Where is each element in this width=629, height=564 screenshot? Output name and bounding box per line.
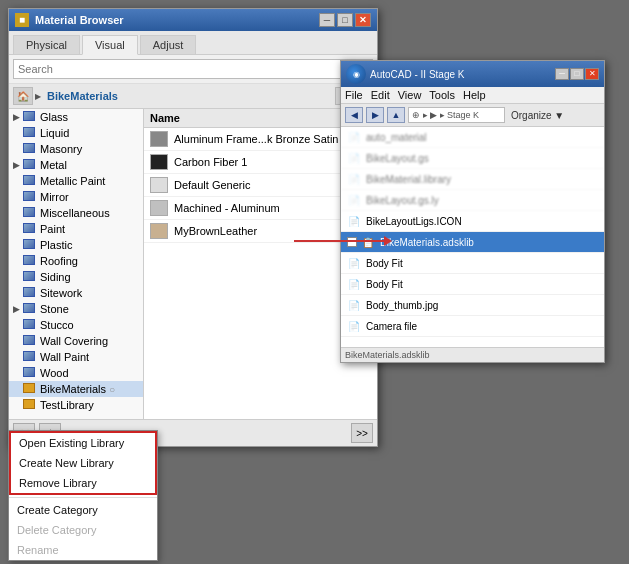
fe-file-icon: 📄 xyxy=(347,193,361,207)
fe-menu-help[interactable]: Help xyxy=(463,89,486,101)
mat-icon xyxy=(23,255,37,267)
fe-file-item-7[interactable]: 📄 Body Fit xyxy=(341,274,604,295)
tree-item-paint[interactable]: Paint xyxy=(9,221,143,237)
tab-physical[interactable]: Physical xyxy=(13,35,80,54)
fe-status-bar: BikeMaterials.adsklib xyxy=(341,347,604,362)
title-controls: ─ □ ✕ xyxy=(319,13,371,27)
fe-file-name: Camera file xyxy=(366,321,417,332)
tree-item-bikematerials[interactable]: BikeMaterials ○ xyxy=(9,381,143,397)
fe-file-item-6[interactable]: 📄 Body Fit xyxy=(341,253,604,274)
swatch-2 xyxy=(150,177,168,193)
tree-label: Sitework xyxy=(40,287,82,299)
fe-file-icon: 📄 xyxy=(347,130,361,144)
home-button[interactable]: 🏠 xyxy=(13,87,33,105)
tree-item-siding[interactable]: Siding xyxy=(9,269,143,285)
fe-file-icon: 📄 xyxy=(347,298,361,312)
mat-icon xyxy=(23,159,37,171)
close-button[interactable]: ✕ xyxy=(355,13,371,27)
fe-menu-file[interactable]: File xyxy=(345,89,363,101)
menu-item-remove-library[interactable]: Remove Library xyxy=(11,473,155,493)
minimize-button[interactable]: ─ xyxy=(319,13,335,27)
mat-icon xyxy=(23,143,37,155)
tree-item-mirror[interactable]: Mirror xyxy=(9,189,143,205)
tree-item-liquid[interactable]: Liquid xyxy=(9,125,143,141)
mat-icon xyxy=(23,351,37,363)
tree-item-metal[interactable]: ▶ Metal xyxy=(9,157,143,173)
fe-file-item-2[interactable]: 📄 BikeMaterial.library xyxy=(341,169,604,190)
tree-item-roofing[interactable]: Roofing xyxy=(9,253,143,269)
expand-icon: ▶ xyxy=(13,304,23,314)
mat-icon xyxy=(23,303,37,315)
tree-label: Siding xyxy=(40,271,71,283)
fe-status-text: BikeMaterials.adsklib xyxy=(345,350,430,360)
fe-file-list[interactable]: 📄 auto_material 📄 BikeLayout.gs 📄 BikeMa… xyxy=(341,127,604,347)
fe-close[interactable]: ✕ xyxy=(585,68,599,80)
maximize-button[interactable]: □ xyxy=(337,13,353,27)
fe-path-bar[interactable]: ⊕ ▸ ▶ ▸ Stage K xyxy=(408,107,505,123)
category-tree[interactable]: ▶ Glass Liquid Masonry ▶ Metal xyxy=(9,109,144,419)
fe-file-name: BikeLayout.gs xyxy=(366,153,429,164)
tree-item-plastic[interactable]: Plastic xyxy=(9,237,143,253)
tree-item-sitework[interactable]: Sitework xyxy=(9,285,143,301)
mat-icon xyxy=(23,271,37,283)
fe-menu-edit[interactable]: Edit xyxy=(371,89,390,101)
fe-file-item-0[interactable]: 📄 auto_material xyxy=(341,127,604,148)
fe-menu-tools[interactable]: Tools xyxy=(429,89,455,101)
tree-label: Mirror xyxy=(40,191,69,203)
fe-file-item-3[interactable]: 📄 BikeLayout.gs.ly xyxy=(341,190,604,211)
fe-file-icon: 📄 xyxy=(347,319,361,333)
fe-forward-button[interactable]: ▶ xyxy=(366,107,384,123)
menu-item-delete-category: Delete Category xyxy=(9,520,157,540)
tree-item-misc[interactable]: Miscellaneous xyxy=(9,205,143,221)
fe-file-icon: 📋 xyxy=(361,235,375,249)
tree-item-wood[interactable]: Wood xyxy=(9,365,143,381)
menu-item-create-category[interactable]: Create Category xyxy=(9,500,157,520)
mat-icon xyxy=(23,223,37,235)
tab-visual[interactable]: Visual xyxy=(82,35,138,55)
swatch-3 xyxy=(150,200,168,216)
fe-menu-view[interactable]: View xyxy=(398,89,422,101)
mat-icon xyxy=(23,367,37,379)
menu-item-create-library[interactable]: Create New Library xyxy=(11,453,155,473)
tree-item-metallic-paint[interactable]: Metallic Paint xyxy=(9,173,143,189)
fe-up-button[interactable]: ▲ xyxy=(387,107,405,123)
fe-file-item-8[interactable]: 📄 Body_thumb.jpg xyxy=(341,295,604,316)
fe-checkbox-5[interactable] xyxy=(347,237,357,247)
fe-minimize[interactable]: ─ xyxy=(555,68,569,80)
tree-item-masonry[interactable]: Masonry xyxy=(9,141,143,157)
tab-adjust[interactable]: Adjust xyxy=(140,35,197,54)
tree-label: Masonry xyxy=(40,143,82,155)
tree-item-wallcovering[interactable]: Wall Covering xyxy=(9,333,143,349)
fe-file-item-1[interactable]: 📄 BikeLayout.gs xyxy=(341,148,604,169)
fe-back-button[interactable]: ◀ xyxy=(345,107,363,123)
tree-item-stone[interactable]: ▶ Stone xyxy=(9,301,143,317)
list-header-name: Name xyxy=(150,112,180,124)
search-input[interactable] xyxy=(13,59,353,79)
tree-item-testlibrary[interactable]: TestLibrary xyxy=(9,397,143,413)
tree-label: Plastic xyxy=(40,239,72,251)
fe-maximize[interactable]: □ xyxy=(570,68,584,80)
tree-item-wallpaint[interactable]: Wall Paint xyxy=(9,349,143,365)
fe-file-item-4[interactable]: 📄 BikeLayoutLigs.ICON xyxy=(341,211,604,232)
material-name-2: Default Generic xyxy=(174,179,250,191)
tree-item-stucco[interactable]: Stucco xyxy=(9,317,143,333)
swatch-4 xyxy=(150,223,168,239)
fe-file-item-5[interactable]: 📋 BikeMaterials.adsklib xyxy=(341,232,604,253)
dropdown-menu: Open Existing Library Create New Library… xyxy=(8,430,158,561)
tree-label: Roofing xyxy=(40,255,78,267)
mat-icon xyxy=(23,319,37,331)
fe-file-item-9[interactable]: 📄 Camera file xyxy=(341,316,604,337)
fe-app-icon: ◉ xyxy=(346,64,366,84)
tree-label: Liquid xyxy=(40,127,69,139)
arrow-head xyxy=(384,236,392,246)
material-browser-window: ■ Material Browser ─ □ ✕ Physical Visual… xyxy=(8,8,378,447)
fe-file-icon: 📄 xyxy=(347,277,361,291)
search-bar: 🔍 xyxy=(9,55,377,84)
expand-button[interactable]: >> xyxy=(351,423,373,443)
mat-icon xyxy=(23,335,37,347)
tree-item-glass[interactable]: ▶ Glass xyxy=(9,109,143,125)
tabs-container: Physical Visual Adjust xyxy=(9,31,377,55)
fe-organize-label[interactable]: Organize ▼ xyxy=(511,110,600,121)
fe-file-name: BikeMaterial.library xyxy=(366,174,451,185)
menu-item-open-library[interactable]: Open Existing Library xyxy=(11,433,155,453)
